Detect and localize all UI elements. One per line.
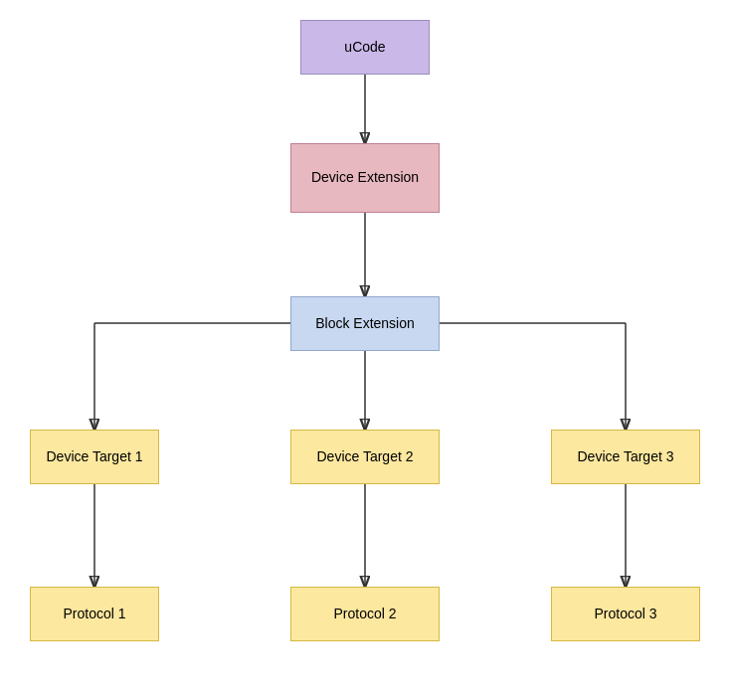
device-target3-node: Device Target 3	[551, 430, 700, 484]
device-target1-node: Device Target 1	[30, 430, 159, 484]
device-target2-label: Device Target 2	[316, 447, 413, 467]
protocol1-node: Protocol 1	[30, 587, 159, 641]
device-extension-label: Device Extension	[311, 168, 419, 188]
block-extension-node: Block Extension	[290, 296, 440, 351]
device-target2-node: Device Target 2	[290, 430, 440, 484]
device-target1-label: Device Target 1	[46, 447, 142, 467]
protocol3-node: Protocol 3	[551, 587, 700, 641]
protocol2-node: Protocol 2	[290, 587, 440, 641]
block-extension-label: Block Extension	[315, 314, 415, 334]
protocol3-label: Protocol 3	[594, 605, 656, 624]
protocol2-label: Protocol 2	[333, 605, 396, 624]
device-target3-label: Device Target 3	[577, 447, 673, 467]
device-extension-node: Device Extension	[290, 143, 440, 213]
ucode-label: uCode	[344, 38, 385, 58]
ucode-node: uCode	[300, 20, 430, 75]
protocol1-label: Protocol 1	[63, 605, 125, 624]
diagram: uCode Device Extension Block Extension D…	[0, 0, 730, 700]
